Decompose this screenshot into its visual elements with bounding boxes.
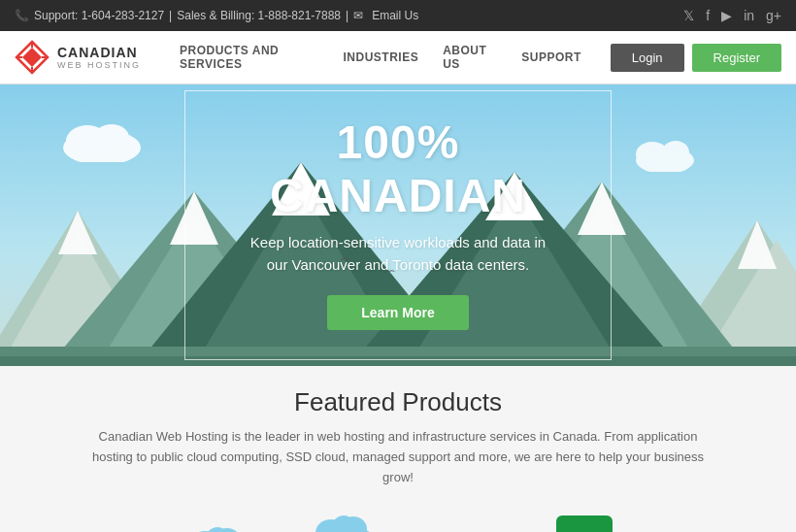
nav-links: PRODUCTS AND SERVICES INDUSTRIES ABOUT U… (180, 44, 581, 71)
hero-title: 100% CANADIAN (234, 116, 562, 222)
product-cloud-upload (310, 510, 378, 532)
sales-phone: Sales & Billing: 1-888-821-7888 (177, 9, 341, 22)
nav-products[interactable]: PRODUCTS AND SERVICES (180, 44, 318, 71)
phone-icon: 📞 (15, 9, 29, 22)
nav-industries[interactable]: INDUSTRIES (343, 50, 418, 64)
learn-more-button[interactable]: Learn More (327, 295, 468, 330)
logo-text: CANADIAN WEB HOSTING (57, 45, 141, 70)
logo: CANADIAN WEB HOSTING (15, 40, 141, 75)
svg-point-31 (662, 141, 689, 164)
email-icon: ✉ (353, 9, 363, 22)
cloud-left (58, 114, 146, 162)
cloud-upload-icon (310, 510, 378, 532)
logo-main: CANADIAN (57, 45, 141, 60)
googleplus-icon[interactable]: g+ (766, 8, 781, 23)
featured-title: Featured Products (29, 387, 767, 417)
email-link[interactable]: Email Us (372, 9, 418, 22)
logo-svg (15, 40, 50, 75)
product-ssd: SSD (556, 515, 613, 532)
nav-about[interactable]: ABOUT US (443, 44, 497, 71)
cloud-right (631, 133, 699, 172)
svg-marker-1 (22, 48, 42, 67)
youtube-icon[interactable]: ▶ (721, 8, 732, 23)
nav-buttons: Login Register (611, 44, 781, 72)
ssd-badge: SSD (556, 515, 613, 532)
social-links: 𝕏 f ▶ in g+ (683, 8, 781, 23)
product-cloud (183, 519, 251, 532)
svg-point-28 (94, 124, 129, 151)
linkedin-icon[interactable]: in (744, 8, 754, 23)
twitter-icon[interactable]: 𝕏 (683, 8, 694, 23)
hero-section: 100% CANADIAN Keep location-sensitive wo… (0, 84, 796, 366)
hero-subtitle: Keep location-sensitive workloads and da… (234, 232, 562, 276)
logo-sub: WEB HOSTING (57, 60, 141, 70)
featured-desc: Canadian Web Hosting is the leader in we… (87, 427, 709, 487)
products-icons: SSD (29, 505, 767, 532)
nav-support[interactable]: SUPPORT (521, 50, 581, 64)
navbar: CANADIAN WEB HOSTING PRODUCTS AND SERVIC… (0, 31, 796, 84)
facebook-icon[interactable]: f (706, 8, 710, 23)
support-phone: Support: 1-604-283-2127 (34, 9, 164, 22)
register-button[interactable]: Register (692, 44, 781, 72)
login-button[interactable]: Login (611, 44, 684, 72)
hero-content: 100% CANADIAN Keep location-sensitive wo… (184, 90, 612, 360)
top-bar: 📞 Support: 1-604-283-2127 | Sales & Bill… (0, 0, 796, 31)
featured-section: Featured Products Canadian Web Hosting i… (0, 366, 796, 532)
cloud-hosting-icon (183, 519, 251, 532)
contact-info: 📞 Support: 1-604-283-2127 | Sales & Bill… (15, 9, 418, 22)
